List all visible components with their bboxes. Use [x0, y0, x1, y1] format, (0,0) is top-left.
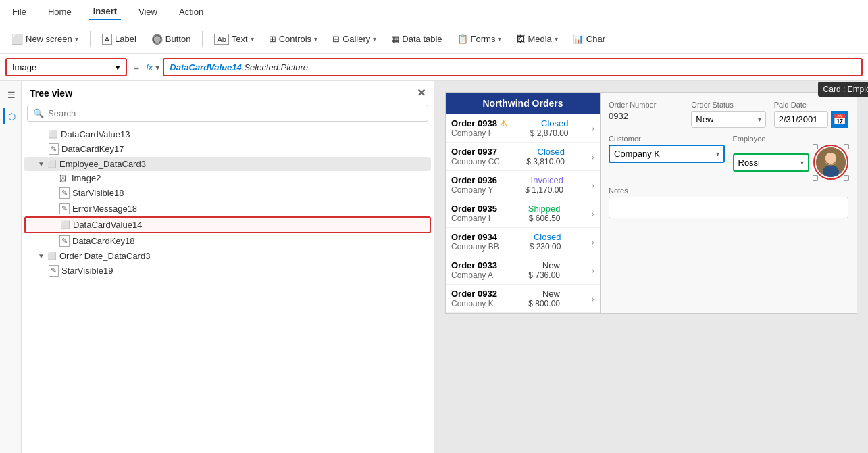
order-row-0938[interactable]: Order 0938 ⚠ Company F Closed $ 2,870.00…: [446, 114, 600, 143]
media-icon: 🖼: [516, 34, 525, 44]
customer-dropdown[interactable]: Company K ▾: [609, 145, 725, 163]
paid-date-input[interactable]: 2/31/2001: [774, 111, 828, 128]
tree-label-image2: Image2: [72, 173, 101, 183]
order-info-0937: Order 0937 Company CC: [451, 147, 500, 166]
menu-action[interactable]: Action: [175, 4, 207, 20]
order-info-0934: Order 0934 Company BB: [451, 232, 499, 252]
field-icon-datacardvalue14: ⬜: [61, 220, 70, 229]
search-input[interactable]: [48, 108, 422, 118]
order-number-value: 0932: [609, 111, 683, 121]
order-amount-0932: $ 800.00: [528, 299, 560, 308]
tree-item-image2[interactable]: 🖼 Image2: [24, 171, 431, 185]
menu-file[interactable]: File: [8, 4, 30, 20]
menu-insert[interactable]: Insert: [89, 3, 121, 20]
order-amount-0936: $ 1,170.00: [525, 185, 563, 195]
chevron-right-0934: ›: [591, 237, 594, 247]
chart-icon: 📊: [573, 34, 584, 44]
canvas-area: Northwind Orders Order 0938 ⚠ Company F …: [434, 81, 868, 453]
toolbar: ⬜ New screen ▾ A Label 🔘 Button Ab Text …: [0, 24, 868, 54]
gallery-label: Gallery: [342, 34, 370, 44]
order-status-0932: New: [528, 289, 560, 299]
svg-point-3: [825, 153, 836, 164]
app-preview: Northwind Orders Order 0938 ⚠ Company F …: [445, 92, 857, 314]
tree-label-datacardvalue13: DataCardValue13: [61, 129, 130, 139]
order-num-0936: Order 0936: [451, 175, 497, 185]
formula-input[interactable]: DataCardValue14.Selected.Picture: [163, 58, 863, 76]
gallery-button[interactable]: ⊞ Gallery ▾: [326, 30, 382, 47]
order-amount-0934: $ 230.00: [530, 242, 561, 252]
paid-date-label: Paid Date: [774, 101, 848, 109]
tree-item-datacardvalue13[interactable]: ⬜ DataCardValue13: [24, 127, 431, 141]
order-num-0932: Order 0932: [451, 289, 497, 299]
main-layout: ☰ ⬡ Tree view ✕ 🔍 ⬜ DataCardValue13 ✎ Da…: [0, 81, 868, 453]
new-screen-label: New screen: [26, 34, 72, 44]
resize-handle-tr: [844, 144, 849, 149]
formula-selector[interactable]: Image ▾: [5, 58, 127, 76]
order-status-0933: New: [528, 260, 560, 270]
formula-selector-label: Image: [12, 62, 36, 72]
media-caret: ▾: [555, 35, 558, 43]
order-row-0937[interactable]: Order 0937 Company CC Closed $ 3,810.00 …: [446, 143, 600, 171]
text-button[interactable]: Ab Text ▾: [208, 30, 259, 48]
menu-home[interactable]: Home: [44, 4, 76, 20]
tree-item-datacardkey18[interactable]: ✎ DataCardKey18: [24, 233, 431, 249]
order-row-0935[interactable]: Order 0935 Company I Shipped $ 606.50 ›: [446, 199, 600, 228]
search-box[interactable]: 🔍: [27, 105, 428, 122]
forms-button[interactable]: 📋 Forms ▾: [451, 30, 508, 47]
detail-row-3: Notes: [609, 187, 848, 218]
order-row-0933[interactable]: Order 0933 Company A New $ 736.00 ›: [446, 256, 600, 285]
new-screen-button[interactable]: ⬜ New screen ▾: [5, 30, 84, 48]
order-row-0932[interactable]: Order 0932 Company K New $ 800.00 ›: [446, 285, 600, 313]
close-icon[interactable]: ✕: [417, 87, 426, 99]
text-icon: Ab: [214, 34, 228, 45]
menu-view[interactable]: View: [134, 4, 161, 20]
orders-list: Northwind Orders Order 0938 ⚠ Company F …: [445, 92, 601, 314]
label-button[interactable]: A Label: [96, 30, 143, 48]
chart-button[interactable]: 📊 Char: [567, 30, 611, 47]
formula-selector-arrow: ▾: [116, 62, 120, 72]
order-status-0934: Closed: [530, 232, 561, 242]
tree-item-datacardvalue14[interactable]: ⬜ DataCardValue14: [24, 216, 431, 233]
hamburger-icon[interactable]: ☰: [3, 87, 19, 103]
order-company-0937: Company CC: [451, 157, 500, 166]
text-label: Text: [232, 34, 248, 44]
controls-label: Controls: [279, 34, 311, 44]
order-amount-0938: $ 2,870.00: [530, 128, 569, 138]
chart-label: Char: [586, 34, 605, 44]
search-icon: 🔍: [33, 108, 44, 118]
tree-item-employee-datacard3[interactable]: ▼ ⬜ Employee_DataCard3: [24, 157, 431, 171]
employee-dropdown[interactable]: Rossi ▾: [733, 153, 810, 172]
paid-date-value: 2/31/2001: [779, 114, 818, 124]
tree-item-datacardkey17[interactable]: ✎ DataCardKey17: [24, 141, 431, 157]
notes-field: Notes: [609, 187, 848, 218]
controls-button[interactable]: ⊞ Controls ▾: [263, 30, 324, 47]
media-button[interactable]: 🖼 Media ▾: [510, 30, 563, 47]
customer-field: Customer Company K ▾: [609, 135, 725, 180]
toolbar-separator-2: [202, 31, 203, 47]
tree-item-starvisible18[interactable]: ✎ StarVisible18: [24, 185, 431, 201]
layers-icon[interactable]: ⬡: [3, 108, 19, 124]
sidebar-title: Tree view: [30, 88, 72, 99]
order-amount-0933: $ 736.00: [528, 270, 560, 280]
button-button[interactable]: 🔘 Button: [145, 30, 197, 48]
forms-caret: ▾: [498, 35, 501, 43]
order-row-0936[interactable]: Order 0936 Company Y Invoiced $ 1,170.00…: [446, 171, 600, 199]
order-info-0938: Order 0938 ⚠ Company F: [451, 118, 507, 138]
label-label: Label: [115, 34, 136, 44]
warning-icon-0938: ⚠: [500, 119, 507, 128]
order-status-dropdown[interactable]: New ▾: [691, 111, 765, 128]
chevron-right-0938: ›: [591, 123, 594, 134]
data-table-button[interactable]: ▦ Data table: [385, 30, 448, 47]
calendar-icon[interactable]: 📅: [831, 111, 848, 128]
tree-item-starvisible19[interactable]: ✎ StarVisible19: [24, 263, 431, 279]
orders-title: Northwind Orders: [446, 93, 600, 114]
employee-value: Rossi: [738, 158, 761, 168]
field-icon-errormessage18: ✎: [59, 203, 70, 214]
order-company-0932: Company K: [451, 299, 497, 308]
tree-item-orderdate-datacard3[interactable]: ▼ ⬜ Order Date_DataCard3: [24, 249, 431, 263]
order-status-0938: Closed: [530, 118, 569, 128]
tree-item-errormessage18[interactable]: ✎ ErrorMessage18: [24, 201, 431, 216]
tree-label-employee-datacard3: Employee_DataCard3: [59, 159, 146, 169]
order-row-0934[interactable]: Order 0934 Company BB Closed $ 230.00 ›: [446, 228, 600, 256]
notes-input[interactable]: [609, 197, 848, 218]
